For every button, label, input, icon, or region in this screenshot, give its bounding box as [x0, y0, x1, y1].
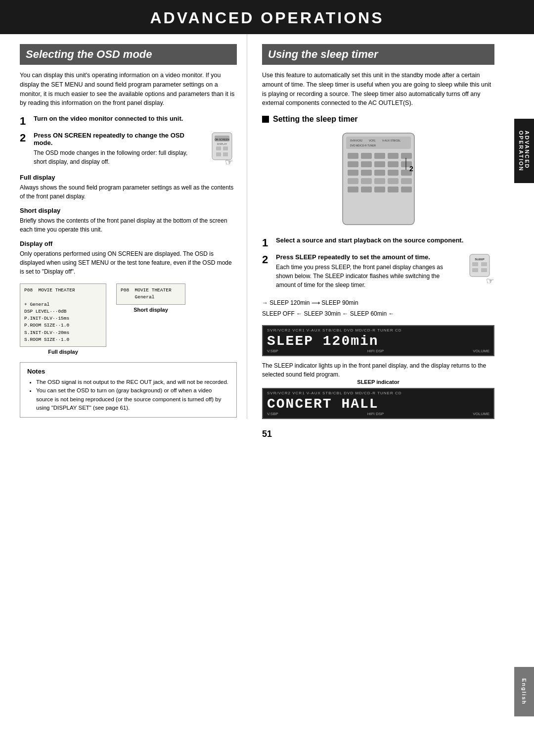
- concert-display-main: CONCERT HALL: [267, 396, 490, 412]
- svg-rect-17: [374, 153, 385, 159]
- svg-text:☞: ☞: [486, 276, 494, 285]
- svg-rect-45: [481, 262, 487, 266]
- svg-rect-6: [216, 152, 221, 156]
- svg-rect-44: [472, 262, 478, 266]
- display-boxes: P08 MOVIE THEATER + General DSP LEVEL···…: [20, 284, 237, 355]
- sleep-sub-center: HIFI DSP: [367, 349, 384, 353]
- svg-rect-39: [401, 187, 412, 192]
- sleep-step-2: 2 Press SLEEP repeatedly to set the amou…: [262, 253, 494, 292]
- svg-rect-5: [223, 146, 228, 150]
- concert-display-top-bar: SVR/VCR2 VCR1 V-AUX STB/CBL DVD MD/CD-R …: [267, 391, 490, 395]
- svg-text:V-AUX STB/CBL: V-AUX STB/CBL: [382, 139, 400, 142]
- svg-rect-27: [374, 170, 385, 176]
- sleep-step-2-detail: Each time you press SLEEP, the front pan…: [276, 263, 457, 289]
- full-display-text: Always shows the sound field program par…: [20, 183, 237, 201]
- step-2-inner: Press ON SCREEN repeatedly to change the…: [34, 132, 237, 168]
- right-column: Using the sleep timer Use this feature t…: [247, 34, 494, 419]
- svg-rect-4: [216, 146, 221, 150]
- sleep-step-2-text-area: Press SLEEP repeatedly to set the amount…: [276, 253, 457, 289]
- svg-rect-20: [348, 161, 358, 167]
- sleep-sub-right: VOLUME: [473, 349, 490, 353]
- osd-intro: You can display this unit's operating in…: [20, 71, 237, 108]
- short-display-label: Short display: [134, 307, 168, 313]
- sleep-title: Using the sleep timer: [268, 48, 489, 61]
- page-title: ADVANCED OPERATIONS: [0, 9, 534, 27]
- svg-rect-36: [361, 187, 372, 192]
- full-display-box: P08 MOVIE THEATER + General DSP LEVEL···…: [20, 284, 106, 347]
- page-number: 51: [0, 419, 534, 444]
- concert-sub-left: V.SBP: [267, 412, 278, 416]
- concert-sub-right: VOLUME: [473, 412, 490, 416]
- sleep-button-icon: SLEEP ☞: [467, 253, 494, 287]
- svg-text:SVR/VCR2: SVR/VCR2: [350, 139, 362, 142]
- notes-list: The OSD signal is not output to the REC …: [27, 378, 229, 412]
- step-1-number: 1: [20, 115, 34, 127]
- note-item-2: You can set the OSD to turn on (gray bac…: [36, 386, 229, 412]
- svg-text:SLEEP: SLEEP: [475, 258, 485, 261]
- advanced-operation-tab: ADVANCEDOPERATION: [514, 119, 534, 183]
- svg-rect-32: [374, 178, 385, 184]
- svg-text:DVD  MD/CD-R  TUNER: DVD MD/CD-R TUNER: [350, 144, 376, 147]
- svg-rect-15: [348, 153, 358, 159]
- svg-rect-26: [361, 170, 372, 176]
- svg-rect-22: [374, 161, 385, 167]
- sleep-step-2-main: Press SLEEP repeatedly to set the amount…: [276, 253, 430, 261]
- full-display-content: P08 MOVIE THEATER + General DSP LEVEL···…: [24, 287, 102, 343]
- setting-header: Setting the sleep timer: [262, 115, 494, 124]
- sleep-flow: → SLEEP 120min ⟶ SLEEP 90min SLEEP OFF ←…: [262, 298, 494, 319]
- svg-rect-7: [223, 152, 228, 156]
- page-header: ADVANCED OPERATIONS: [0, 0, 534, 34]
- sleep-step-1-number: 1: [262, 236, 276, 248]
- sleep-sub-left: V.SBP: [267, 349, 278, 353]
- short-display-text: Briefly shows the contents of the front …: [20, 216, 237, 234]
- short-display-content: P08 MOVIE THEATER General: [121, 287, 181, 301]
- step-2-number: 2: [20, 132, 34, 143]
- osd-title: Selecting the OSD mode: [26, 48, 231, 61]
- setting-header-text: Setting the sleep timer: [273, 115, 358, 124]
- sleep-step-1: 1 Select a source and start playback on …: [262, 236, 494, 248]
- svg-rect-21: [361, 161, 372, 167]
- svg-text:2: 2: [409, 165, 413, 173]
- step-2-main-text: Press ON SCREEN repeatedly to change the…: [34, 132, 184, 146]
- full-display-wrapper: P08 MOVIE THEATER + General DSP LEVEL···…: [20, 284, 106, 355]
- advanced-operation-label: ADVANCEDOPERATION: [518, 131, 530, 172]
- short-display-wrapper: P08 MOVIE THEATER General Short display: [116, 284, 185, 313]
- step-2: 2 Press ON SCREEN repeatedly to change t…: [20, 132, 237, 168]
- sleep-display-sub: V.SBP HIFI DSP VOLUME: [267, 349, 490, 353]
- concert-sub-center: HIFI DSP: [367, 412, 384, 416]
- sleep-step-2-content: Press SLEEP repeatedly to set the amount…: [276, 253, 494, 292]
- osd-section-header: Selecting the OSD mode: [20, 44, 237, 65]
- on-screen-remote-icon: ON SCREEN DISPLAY ☞: [207, 132, 237, 168]
- sleep-intro: Use this feature to automatically set th…: [262, 71, 494, 108]
- svg-rect-19: [401, 153, 412, 159]
- remote-image-container: SVR/VCR2 VCR1 V-AUX STB/CBL DVD MD/CD-R …: [262, 131, 494, 230]
- sleep-section-header: Using the sleep timer: [262, 44, 494, 65]
- step-2-content: Press ON SCREEN repeatedly to change the…: [34, 132, 237, 168]
- page-container: ADVANCED OPERATIONS Selecting the OSD mo…: [0, 0, 534, 756]
- sleep-indicator-label: SLEEP indicator: [262, 379, 494, 385]
- short-display-box: P08 MOVIE THEATER General: [116, 284, 185, 305]
- sleep-step-1-text: Select a source and start playback on th…: [276, 236, 463, 244]
- svg-text:☞: ☞: [225, 157, 233, 166]
- svg-rect-35: [348, 187, 358, 192]
- full-display-header: Full display: [20, 174, 237, 181]
- concert-hall-display: SVR/VCR2 VCR1 V-AUX STB/CBL DVD MD/CD-R …: [262, 388, 494, 419]
- sleep-120-display: SVR/VCR2 VCR1 V-AUX STB/CBL DVD MD/CD-R …: [262, 325, 494, 356]
- short-display-header: Short display: [20, 207, 237, 214]
- svg-rect-47: [481, 268, 487, 272]
- step-1-text: Turn on the video monitor connected to t…: [34, 115, 183, 122]
- svg-rect-37: [374, 187, 385, 192]
- svg-rect-38: [388, 187, 399, 192]
- step-1-content: Turn on the video monitor connected to t…: [34, 115, 237, 122]
- sleep-step-2-inner: Press SLEEP repeatedly to set the amount…: [276, 253, 494, 292]
- sleep-after-text: The SLEEP indicator lights up in the fro…: [262, 361, 494, 379]
- left-column: Selecting the OSD mode You can display t…: [20, 34, 247, 419]
- svg-rect-16: [361, 153, 372, 159]
- english-tab: English: [514, 667, 534, 716]
- svg-rect-34: [401, 178, 412, 184]
- sleep-display-top-text: SVR/VCR2 VCR1 V-AUX STB/CBL DVD MD/CD-R …: [267, 328, 401, 332]
- black-square-icon: [262, 116, 269, 123]
- notes-title: Notes: [27, 368, 229, 375]
- step-1: 1 Turn on the video monitor connected to…: [20, 115, 237, 127]
- sleep-step-2-number: 2: [262, 253, 276, 265]
